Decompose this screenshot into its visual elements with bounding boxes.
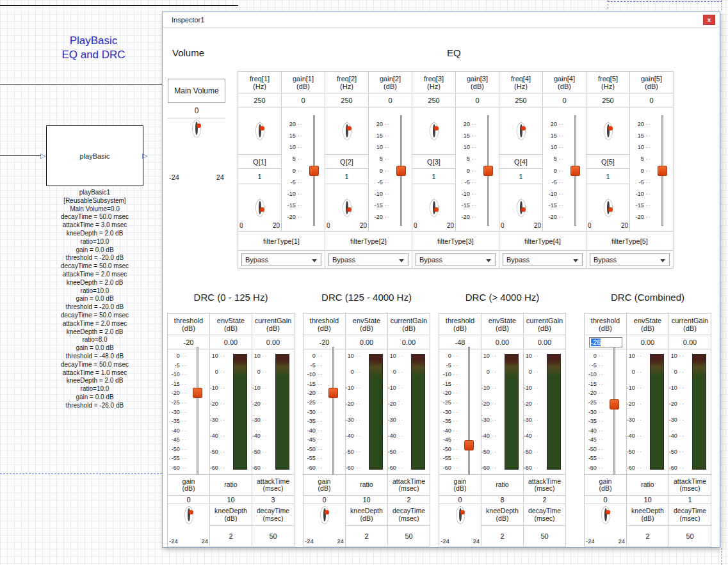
freq-value[interactable]: 250 [412, 93, 455, 107]
kneedepth-value[interactable]: 2 [210, 526, 252, 546]
gain-slider[interactable]: 20151050-5-10-15-20 [630, 107, 674, 232]
gain-value[interactable]: 0 [282, 93, 325, 107]
q-value[interactable]: 1 [499, 169, 542, 184]
threshold-value-field[interactable]: -26 [585, 335, 626, 349]
eq-heading: EQ [447, 47, 461, 58]
gain-knob[interactable]: -24 24 [168, 504, 210, 546]
gain-value[interactable]: 0 [543, 93, 586, 107]
freq-value[interactable]: 250 [499, 93, 542, 107]
freq-value[interactable]: 250 [325, 93, 368, 107]
gain-value[interactable]: 0 [369, 93, 412, 107]
threshold-slider-handle[interactable] [464, 440, 474, 450]
q-knob[interactable]: 0 20 [412, 184, 456, 232]
filter-type-dropdown[interactable]: Bypass [241, 253, 321, 266]
freq-knob[interactable] [325, 107, 369, 155]
gain-slider-handle[interactable] [658, 166, 667, 176]
gain-slider[interactable]: 20151050-5-10-15-20 [282, 107, 325, 232]
tick-label: 10 [464, 144, 478, 150]
gain-value[interactable]: 0 [168, 496, 209, 504]
q-knob[interactable]: 0 20 [586, 184, 630, 232]
q-value[interactable]: 1 [586, 169, 629, 184]
main-volume-knob[interactable]: -24 24 [168, 118, 225, 186]
threshold-value[interactable]: -20 [168, 335, 209, 349]
gain-slider-handle[interactable] [309, 166, 319, 176]
gain-knob-min: -24 [305, 537, 314, 545]
threshold-slider[interactable]: 0-5-10-15-20-25-30-35-40-45-50-55-60 [303, 349, 346, 475]
gain-knob-max: 24 [473, 537, 480, 545]
attacktime-value[interactable]: 3 [252, 496, 294, 504]
gain-value[interactable]: 0 [303, 496, 345, 504]
filter-type-dropdown[interactable]: Bypass [328, 253, 408, 266]
tick-label: -30 [669, 417, 685, 423]
gain-knob[interactable]: -24 24 [585, 504, 627, 546]
attacktime-value[interactable]: 2 [524, 496, 565, 504]
ratio-value[interactable]: 10 [627, 496, 668, 504]
decaytime-unit: (msec) [534, 515, 554, 523]
tick-label: -15 [636, 202, 652, 209]
ratio-value[interactable]: 10 [210, 496, 252, 504]
filter-type-value: Bypass [419, 256, 442, 264]
tick-label: -30 [588, 409, 604, 415]
ratio-value[interactable]: 10 [346, 496, 387, 504]
attacktime-value[interactable]: 2 [388, 496, 430, 504]
gain-slider-handle[interactable] [570, 166, 580, 176]
threshold-slider-handle[interactable] [328, 388, 338, 398]
main-volume-value[interactable]: 0 [168, 103, 225, 118]
attacktime-value[interactable]: 1 [669, 496, 711, 504]
threshold-value[interactable]: -48 [439, 335, 481, 349]
threshold-slider[interactable]: 0-5-10-15-20-25-30-35-40-45-50-55-60 [168, 349, 210, 475]
window-titlebar[interactable]: Inspector1 x [163, 12, 720, 28]
q-knob[interactable]: 0 20 [325, 184, 369, 232]
close-button[interactable]: x [703, 15, 715, 25]
decaytime-value[interactable]: 50 [524, 526, 565, 546]
ratio-value[interactable]: 8 [481, 496, 523, 504]
gain-slider[interactable]: 20151050-5-10-15-20 [456, 107, 499, 232]
tick-label: -20 [375, 214, 391, 220]
signal-line [0, 155, 41, 156]
threshold-slider-handle[interactable] [610, 399, 619, 410]
q-value[interactable]: 1 [412, 169, 455, 184]
q-value[interactable]: 1 [325, 169, 368, 184]
tick-label: -60 [443, 465, 459, 471]
gain-value[interactable]: 0 [585, 496, 626, 504]
info-line: gain = 0.0 dB [24, 394, 165, 402]
gain-value[interactable]: 0 [630, 93, 673, 107]
filter-type-dropdown[interactable]: Bypass [416, 253, 496, 266]
q-knob[interactable]: 0 20 [238, 184, 282, 232]
tick-label: -55 [307, 455, 323, 461]
eq-table: freq[1] (Hz) 250 gain[1] (dB) 0 20151050… [238, 71, 674, 269]
threshold-slider-handle[interactable] [193, 388, 202, 398]
threshold-value[interactable]: -20 [303, 335, 345, 349]
decaytime-value[interactable]: 50 [252, 526, 294, 546]
threshold-edit-input[interactable]: -26 [589, 337, 622, 347]
gain-knob[interactable]: -24 24 [303, 504, 346, 546]
gain-value[interactable]: 0 [439, 496, 481, 504]
decaytime-value[interactable]: 50 [669, 526, 711, 546]
freq-knob[interactable] [412, 107, 456, 155]
q-value[interactable]: 1 [238, 169, 281, 184]
freq-knob[interactable] [238, 107, 282, 155]
q-knob[interactable]: 0 20 [499, 184, 543, 232]
gain-slider-handle[interactable] [396, 166, 406, 176]
playbasic-block[interactable]: playBasic [46, 125, 143, 186]
freq-value[interactable]: 250 [238, 93, 281, 107]
gain-value[interactable]: 0 [456, 93, 499, 107]
gain-slider[interactable]: 20151050-5-10-15-20 [369, 107, 412, 232]
freq-knob[interactable] [499, 107, 543, 155]
kneedepth-value[interactable]: 2 [346, 526, 387, 546]
freq-value[interactable]: 250 [586, 93, 629, 107]
signal-line [0, 5, 238, 6]
gain-knob[interactable]: -24 24 [439, 504, 481, 546]
gain-slider-handle[interactable] [483, 166, 493, 176]
freq-knob[interactable] [586, 107, 630, 155]
filter-type-dropdown[interactable]: Bypass [590, 253, 670, 266]
gain-slider[interactable]: 20151050-5-10-15-20 [543, 107, 586, 232]
filter-type-dropdown[interactable]: Bypass [503, 253, 583, 266]
decaytime-value[interactable]: 50 [388, 526, 430, 546]
threshold-slider[interactable]: 0-5-10-15-20-25-30-35-40-45-50-55-60 [585, 349, 627, 475]
currentgain-meter: 100-10-20-30-40-50-60 [388, 349, 430, 475]
kneedepth-value[interactable]: 2 [481, 526, 523, 546]
kneedepth-value[interactable]: 2 [627, 526, 668, 546]
knob-indicator [460, 510, 465, 514]
threshold-slider[interactable]: 0-5-10-15-20-25-30-35-40-45-50-55-60 [439, 349, 481, 475]
